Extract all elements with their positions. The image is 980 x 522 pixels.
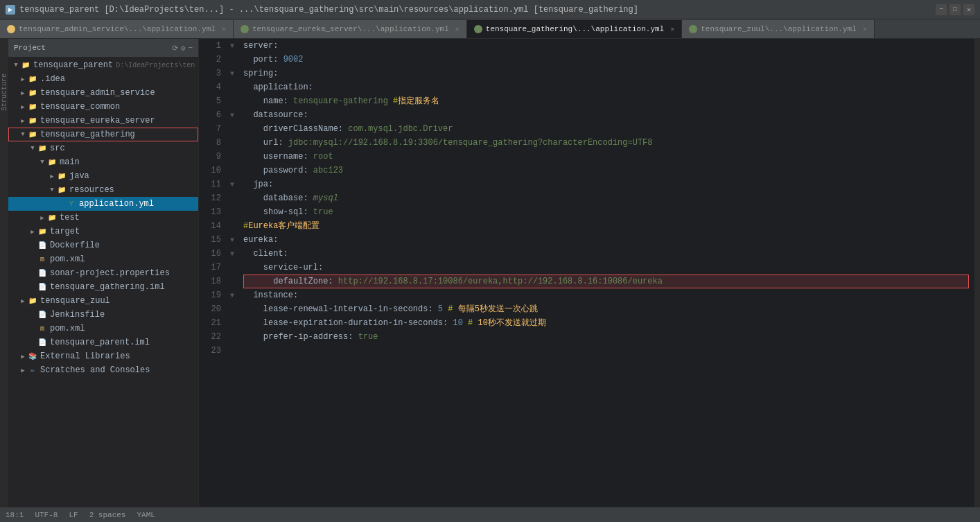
code-area[interactable]: server: port: 9002spring: application: n…	[238, 39, 974, 507]
tree-label-jenkins: Jenkinsfile	[50, 310, 105, 320]
file-type-indicator[interactable]: YAML	[137, 511, 155, 519]
window-title: tensquare_parent [D:\IdeaProjects\ten...…	[19, 5, 638, 15]
fold-marker-16[interactable]: ▼	[227, 247, 238, 261]
root-label: tensquare_parent	[33, 60, 113, 70]
code-line-14: #Eureka客户端配置	[243, 219, 969, 233]
editor-area[interactable]: 1234567891011121314151617181920212223 ▼▼…	[199, 39, 974, 507]
indent-indicator[interactable]: 2 spaces	[89, 511, 126, 519]
collapse-icon[interactable]: −	[188, 44, 193, 53]
tab-tab3[interactable]: tensquare_gathering\...\application.yml✕	[467, 20, 682, 38]
fold-marker-17	[227, 261, 238, 275]
tab-close-tab3[interactable]: ✕	[670, 25, 674, 33]
tab-tab1[interactable]: tensquare_admin_service\...\application.…	[0, 20, 234, 38]
fold-marker-23	[227, 344, 238, 358]
tree-item-main[interactable]: ▼ 📁 main	[8, 155, 198, 169]
xml-icon-pom2: m	[37, 324, 47, 333]
arrow-scratches: ▶	[18, 365, 28, 375]
tree-area: ▼ 📁 tensquare_parent D:\IdeaProjects\ten…	[8, 57, 198, 507]
code-line-4: application:	[243, 80, 969, 94]
line-col-indicator: 18:1	[6, 511, 24, 519]
fold-marker-19[interactable]: ▼	[227, 288, 238, 302]
fold-marker-18	[227, 275, 238, 288]
sidebar: Project ⟳ ⚙ − ▼ 📁 tensquare_parent D:\Id…	[8, 39, 199, 507]
minimize-button[interactable]: −	[936, 4, 947, 15]
scrollbar[interactable]	[974, 39, 980, 507]
line-number-22: 22	[199, 330, 221, 344]
maximize-button[interactable]: □	[950, 4, 961, 15]
code-line-1: server:	[243, 39, 969, 53]
window-controls[interactable]: − □ ✕	[936, 4, 974, 15]
structure-label[interactable]: Structure	[1, 73, 8, 111]
tree-item-resources[interactable]: ▼ 📁 resources	[8, 183, 198, 197]
line-ending-indicator[interactable]: LF	[69, 511, 78, 519]
tree-item-appyml[interactable]: Y application.yml	[8, 197, 198, 211]
tree-item-pom2[interactable]: m pom.xml	[8, 322, 198, 336]
code-line-22: prefer-ip-address: true	[243, 330, 969, 344]
gear-icon[interactable]: ⚙	[181, 44, 186, 53]
fold-marker-20	[227, 302, 238, 316]
tree-item-admin[interactable]: ▶ 📁 tensquare_admin_service	[8, 86, 198, 100]
fold-marker-1[interactable]: ▼	[227, 39, 238, 53]
tab-tab4[interactable]: tensquare_zuul\...\application.yml✕	[682, 20, 874, 38]
tree-item-idea[interactable]: ▶ 📁 .idea	[8, 72, 198, 86]
tree-item-jenkins[interactable]: 📄 Jenkinsfile	[8, 308, 198, 322]
app-icon: ▶	[6, 5, 15, 15]
code-line-7: driverClassName: com.mysql.jdbc.Driver	[243, 122, 969, 136]
tree-item-iml2[interactable]: 📄 tensquare_parent.iml	[8, 336, 198, 349]
tab-bar: tensquare_admin_service\...\application.…	[0, 19, 980, 39]
root-path: D:\IdeaProjects\ten	[116, 62, 195, 69]
tab-icon-tab1	[7, 25, 15, 33]
tree-item-dockerfile[interactable]: 📄 Dockerfile	[8, 238, 198, 252]
line-numbers: 1234567891011121314151617181920212223	[199, 39, 227, 507]
arrow-java: ▶	[47, 171, 57, 181]
line-number-5: 5	[199, 94, 221, 108]
tree-item-iml[interactable]: 📄 tensquare_gathering.iml	[8, 280, 198, 294]
code-line-13: show-sql: true	[243, 205, 969, 219]
tree-item-extlibs[interactable]: ▶ 📚 External Libraries	[8, 349, 198, 363]
tab-close-tab4[interactable]: ✕	[863, 25, 867, 33]
sidebar-header-icons[interactable]: ⟳ ⚙ −	[172, 44, 193, 53]
fold-marker-22	[227, 330, 238, 344]
fold-marker-2	[227, 53, 238, 67]
tab-close-tab1[interactable]: ✕	[222, 25, 226, 33]
main-area: Structure Project ⟳ ⚙ − ▼ 📁 tensquare_pa…	[0, 39, 980, 507]
code-line-19: instance:	[243, 288, 969, 302]
line-number-19: 19	[199, 288, 221, 302]
sync-icon[interactable]: ⟳	[172, 44, 178, 53]
tree-item-eureka[interactable]: ▶ 📁 tensquare_eureka_server	[8, 114, 198, 128]
fold-marker-6[interactable]: ▼	[227, 108, 238, 122]
tree-label-eureka: tensquare_eureka_server	[40, 116, 155, 125]
tree-item-pomxml[interactable]: m pom.xml	[8, 252, 198, 266]
tree-item-java[interactable]: ▶ 📁 java	[8, 169, 198, 183]
tree-item-gathering[interactable]: ▼ 📁 tensquare_gathering	[8, 128, 198, 141]
arrow-resources: ▼	[47, 185, 57, 195]
tab-close-tab2[interactable]: ✕	[455, 25, 460, 33]
line-number-6: 6	[199, 108, 221, 122]
structure-panel: Structure	[0, 39, 8, 507]
tree-label-src: src	[50, 143, 65, 153]
encoding-indicator[interactable]: UTF-8	[35, 511, 58, 519]
file-icon-jenkins: 📄	[37, 310, 47, 320]
tab-tab2[interactable]: tensquare_eureka_server\...\application.…	[234, 20, 467, 38]
tree-item-target[interactable]: ▶ 📁 target	[8, 225, 198, 238]
tree-item-src[interactable]: ▼ 📁 src	[8, 141, 198, 155]
code-line-15: eureka:	[243, 233, 969, 247]
fold-marker-11[interactable]: ▼	[227, 177, 238, 191]
tab-label-tab2: tensquare_eureka_server\...\application.…	[252, 25, 449, 33]
tree-item-test[interactable]: ▶ 📁 test	[8, 211, 198, 225]
code-line-20: lease-renewal-interval-in-seconds: 5 # 每…	[243, 302, 969, 316]
code-line-2: port: 9002	[243, 53, 969, 67]
close-button[interactable]: ✕	[963, 4, 974, 15]
root-folder-icon: 📁	[21, 60, 30, 70]
fold-marker-15[interactable]: ▼	[227, 233, 238, 247]
tree-root[interactable]: ▼ 📁 tensquare_parent D:\IdeaProjects\ten	[8, 58, 198, 72]
file-icon-iml: 📄	[37, 282, 47, 292]
tree-label-target: target	[50, 227, 80, 236]
tree-item-common[interactable]: ▶ 📁 tensquare_common	[8, 100, 198, 114]
fold-marker-8	[227, 136, 238, 150]
fold-marker-3[interactable]: ▼	[227, 67, 238, 80]
tree-item-scratches[interactable]: ▶ ✏ Scratches and Consoles	[8, 363, 198, 377]
line-number-14: 14	[199, 219, 221, 233]
tree-item-sonar[interactable]: 📄 sonar-project.properties	[8, 266, 198, 280]
tree-item-zuul[interactable]: ▶ 📁 tensquare_zuul	[8, 294, 198, 308]
